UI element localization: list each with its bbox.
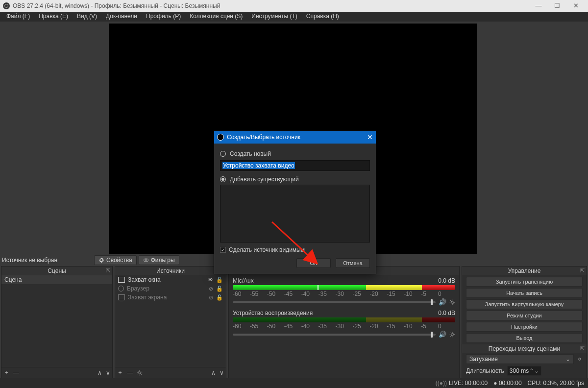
mixer-channel: Mic/Aux0.0 dB -60-55-50-45-40-35-30-25-2… bbox=[229, 275, 459, 308]
speaker-icon[interactable]: 🔊 bbox=[439, 331, 446, 338]
minimize-button[interactable]: — bbox=[529, 0, 548, 12]
control-button-4[interactable]: Настройки bbox=[466, 322, 583, 332]
channel-db: 0.0 dB bbox=[438, 310, 455, 316]
menu-file[interactable]: Файл (F) bbox=[2, 12, 34, 22]
dialog-titlebar[interactable]: Создать/Выбрать источник ✕ bbox=[214, 131, 376, 144]
lock-toggle[interactable]: 🔓 bbox=[216, 294, 223, 301]
rec-status: ● 00:00:00 bbox=[493, 380, 521, 387]
close-icon[interactable]: ✕ bbox=[367, 133, 373, 141]
add-existing-radio[interactable]: Добавить существующий bbox=[220, 174, 370, 185]
radio-icon bbox=[220, 151, 226, 157]
svg-point-3 bbox=[451, 301, 454, 303]
menu-help[interactable]: Справка (H) bbox=[302, 12, 343, 22]
menu-view[interactable]: Вид (V) bbox=[73, 12, 101, 22]
transitions-title: Переходы между сценами bbox=[489, 345, 560, 352]
make-visible-checkbox[interactable]: ✓ Сделать источник видимым bbox=[220, 246, 370, 253]
audio-meter bbox=[233, 285, 455, 290]
remove-source-button[interactable]: — bbox=[127, 369, 133, 376]
channel-db: 0.0 dB bbox=[438, 277, 455, 284]
controls-dock: Управление⇱ Запустить трансляциюНачать з… bbox=[462, 266, 587, 378]
close-button[interactable]: ✕ bbox=[566, 0, 585, 12]
cancel-button[interactable]: Отмена bbox=[336, 258, 370, 268]
lock-toggle[interactable]: 🔓 bbox=[216, 286, 223, 292]
create-new-radio[interactable]: Создать новый bbox=[220, 148, 370, 159]
source-item[interactable]: Браузер ⊘ 🔓 bbox=[115, 284, 226, 293]
dialog-title: Создать/Выбрать источник bbox=[227, 134, 300, 141]
gear-icon[interactable] bbox=[577, 356, 583, 362]
scenes-title: Сцены bbox=[48, 267, 66, 274]
add-scene-button[interactable]: ＋ bbox=[3, 368, 9, 377]
duration-input[interactable]: 300 ms⌃⌄ bbox=[507, 366, 541, 376]
gear-icon[interactable] bbox=[449, 299, 455, 305]
no-source-label: Источник не выбран bbox=[2, 257, 92, 264]
scene-up-button[interactable]: ∧ bbox=[98, 369, 102, 376]
menu-profile[interactable]: Профиль (P) bbox=[142, 12, 185, 22]
source-item[interactable]: Захват окна 👁 🔓 bbox=[115, 275, 226, 284]
obs-icon bbox=[217, 134, 224, 141]
source-settings-button[interactable] bbox=[137, 370, 143, 376]
cpu-status: CPU: 0.3%, 20.00 fps bbox=[528, 380, 584, 387]
filters-button[interactable]: Фильтры bbox=[139, 255, 179, 265]
controls-title: Управление bbox=[508, 267, 541, 274]
control-button-5[interactable]: Выход bbox=[466, 333, 583, 343]
svg-point-5 bbox=[579, 358, 581, 361]
lock-toggle[interactable]: 🔓 bbox=[216, 277, 223, 283]
scene-item[interactable]: Сцена bbox=[1, 275, 112, 284]
window-icon bbox=[118, 277, 125, 283]
source-up-button[interactable]: ∧ bbox=[211, 369, 216, 376]
audio-meter bbox=[233, 317, 455, 322]
remove-scene-button[interactable]: — bbox=[13, 369, 19, 376]
source-name-input[interactable]: Устройство захвата видео bbox=[220, 160, 370, 171]
volume-slider[interactable] bbox=[233, 301, 436, 303]
undock-icon[interactable]: ⇱ bbox=[580, 345, 585, 352]
window-title: OBS 27.2.4 (64-bit, windows) - Профиль: … bbox=[13, 2, 220, 9]
sources-dock: Источники⇱ Захват окна 👁 🔓 Браузер ⊘ 🔓 З… bbox=[115, 266, 226, 378]
transition-select[interactable]: Затухание⌄ bbox=[466, 354, 574, 364]
menu-dock[interactable]: Док-панели bbox=[101, 12, 142, 22]
mixer-channel: Устройство воспроизведения0.0 dB -60-55-… bbox=[229, 308, 459, 340]
speaker-icon[interactable]: 🔊 bbox=[439, 298, 446, 306]
window-titlebar: OBS 27.2.4 (64-bit, windows) - Профиль: … bbox=[0, 0, 588, 12]
menu-scenes[interactable]: Коллекция сцен (S) bbox=[185, 12, 247, 22]
visibility-toggle[interactable]: ⊘ bbox=[209, 294, 213, 301]
scene-down-button[interactable]: ∨ bbox=[106, 369, 110, 376]
gear-icon[interactable] bbox=[449, 332, 455, 338]
scenes-dock: Сцены⇱ Сцена ＋ — ∧ ∨ bbox=[1, 266, 113, 378]
menu-edit[interactable]: Правка (E) bbox=[34, 12, 73, 22]
visibility-toggle[interactable]: 👁 bbox=[208, 277, 213, 283]
sources-title: Источники bbox=[156, 267, 185, 274]
duration-label: Длительность bbox=[466, 367, 504, 374]
properties-button[interactable]: Свойства bbox=[94, 255, 137, 265]
control-button-1[interactable]: Начать запись bbox=[466, 288, 583, 298]
filter-icon bbox=[143, 257, 149, 263]
menubar: Файл (F) Правка (E) Вид (V) Док-панели П… bbox=[0, 12, 588, 22]
statusbar: ((●))LIVE: 00:00:00 ● 00:00:00 CPU: 0.3%… bbox=[0, 378, 588, 388]
control-button-0[interactable]: Запустить трансляцию bbox=[466, 277, 583, 287]
add-source-button[interactable]: ＋ bbox=[117, 368, 123, 377]
control-button-3[interactable]: Режим студии bbox=[466, 311, 583, 320]
source-down-button[interactable]: ∨ bbox=[220, 369, 224, 376]
existing-sources-list[interactable] bbox=[220, 185, 370, 242]
screen-icon bbox=[118, 294, 125, 300]
create-source-dialog: Создать/Выбрать источник ✕ Создать новый… bbox=[214, 130, 376, 274]
undock-icon[interactable]: ⇱ bbox=[106, 267, 110, 274]
obs-icon bbox=[3, 2, 10, 9]
source-item[interactable]: Захват экрана ⊘ 🔓 bbox=[115, 293, 226, 302]
globe-icon bbox=[118, 286, 124, 291]
radio-icon bbox=[220, 176, 226, 182]
gear-icon bbox=[98, 257, 104, 263]
ok-button[interactable]: ОК bbox=[296, 258, 331, 268]
stepper-icon[interactable]: ⌃⌄ bbox=[529, 367, 539, 374]
svg-point-2 bbox=[139, 371, 141, 374]
menu-tools[interactable]: Инструменты (T) bbox=[247, 12, 301, 22]
undock-icon[interactable]: ⇱ bbox=[580, 267, 585, 274]
volume-slider[interactable] bbox=[233, 334, 436, 336]
visibility-toggle[interactable]: ⊘ bbox=[209, 286, 213, 292]
chevron-down-icon: ⌄ bbox=[565, 356, 570, 363]
channel-name: Mic/Aux bbox=[233, 277, 438, 284]
control-button-2[interactable]: Запустить виртуальную камеру bbox=[466, 299, 583, 309]
channel-name: Устройство воспроизведения bbox=[233, 310, 438, 316]
checkbox-icon: ✓ bbox=[220, 247, 226, 253]
maximize-button[interactable]: ☐ bbox=[548, 0, 566, 12]
audio-mixer-dock: ⇱ Mic/Aux0.0 dB -60-55-50-45-40-35-30-25… bbox=[228, 266, 460, 378]
